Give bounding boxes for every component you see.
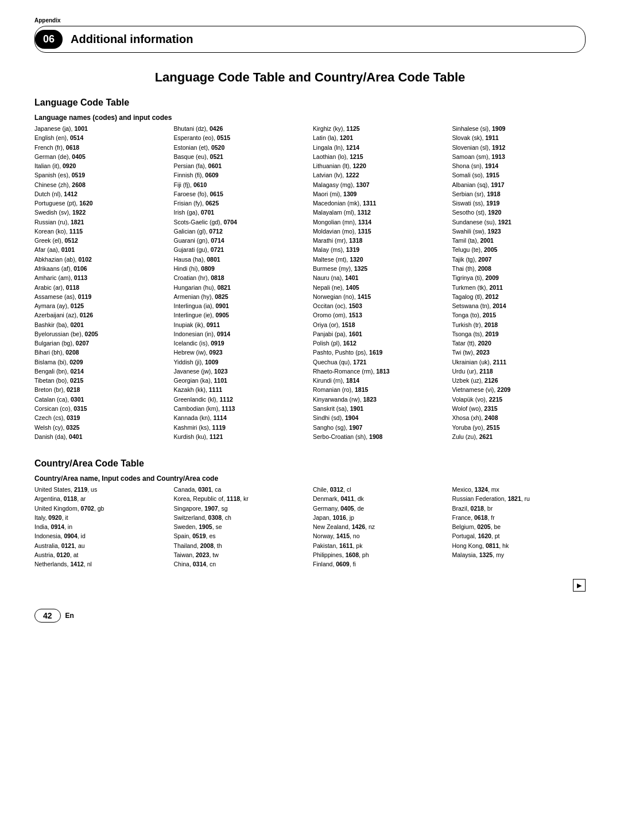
list-item: Turkmen (tk), 2011 xyxy=(452,283,586,292)
list-item: Kashmiri (ks), 1119 xyxy=(174,423,308,432)
list-item: Serbian (sr), 1918 xyxy=(452,189,586,199)
list-item: New Zealand, 1426, nz xyxy=(313,522,447,531)
language-col-1: Japanese (ja), 1001English (en), 0514Fre… xyxy=(34,124,168,441)
list-item: Assamese (as), 0119 xyxy=(34,292,168,301)
list-item: Gujarati (gu), 0721 xyxy=(174,245,308,254)
list-item: Maltese (mt), 1320 xyxy=(313,255,447,264)
list-item: Latin (la), 1201 xyxy=(313,133,447,142)
list-item: Sangho (sg), 1907 xyxy=(313,423,447,432)
main-title: Language Code Table and Country/Area Cod… xyxy=(34,70,586,85)
chapter-number: 06 xyxy=(35,30,63,49)
list-item: United States, 2119, us xyxy=(34,485,168,494)
nav-area: ▶ xyxy=(34,579,586,592)
list-item: Yoruba (yo), 2515 xyxy=(452,423,586,432)
list-item: Hungarian (hu), 0821 xyxy=(174,283,308,292)
list-item: Finnish (fi), 0609 xyxy=(174,170,308,180)
nav-icon[interactable]: ▶ xyxy=(573,579,586,592)
list-item: Kurdish (ku), 1121 xyxy=(174,432,308,441)
page-language: En xyxy=(65,612,74,620)
list-item: Spanish (es), 0519 xyxy=(34,170,168,180)
list-item: German (de), 0405 xyxy=(34,152,168,161)
list-item: Norway, 1415, no xyxy=(313,531,447,540)
chapter-header: 06 Additional information xyxy=(34,26,586,53)
list-item: Esperanto (eo), 0515 xyxy=(174,133,308,142)
list-item: Serbo-Croatian (sh), 1908 xyxy=(313,432,447,441)
list-item: Romanian (ro), 1815 xyxy=(313,385,447,394)
list-item: Croatian (hr), 0818 xyxy=(174,273,308,282)
list-item: Siswati (ss), 1919 xyxy=(452,199,586,208)
list-item: Maori (mi), 1309 xyxy=(313,189,447,199)
list-item: Indonesian (in), 0914 xyxy=(174,329,308,339)
list-item: Telugu (te), 2005 xyxy=(452,245,586,254)
list-item: Rhaeto-Romance (rm), 1813 xyxy=(313,367,447,376)
list-item: Georgian (ka), 1101 xyxy=(174,376,308,385)
list-item: Sinhalese (si), 1909 xyxy=(452,124,586,133)
list-item: Abkhazian (ab), 0102 xyxy=(34,255,168,264)
country-section-title: Country/Area Code Table xyxy=(34,458,586,469)
list-item: United Kingdom, 0702, gb xyxy=(34,504,168,513)
list-item: Zulu (zu), 2621 xyxy=(452,432,586,441)
list-item: Germany, 0405, de xyxy=(313,504,447,513)
list-item: Switzerland, 0308, ch xyxy=(174,513,308,522)
list-item: Inupiak (ik), 0911 xyxy=(174,320,308,329)
list-item: Azerbaijani (az), 0126 xyxy=(34,310,168,320)
list-item: Macedonian (mk), 1311 xyxy=(313,199,447,208)
list-item: Afrikaans (af), 0106 xyxy=(34,264,168,273)
page: Appendix 06 Additional information Langu… xyxy=(0,0,620,840)
list-item: Bhutani (dz), 0426 xyxy=(174,124,308,133)
list-item: Swedish (sv), 1922 xyxy=(34,208,168,217)
list-item: Tamil (ta), 2001 xyxy=(452,236,586,245)
list-item: Moldavian (mo), 1315 xyxy=(313,227,447,236)
list-item: Russian (ru), 1821 xyxy=(34,217,168,227)
list-item: Japanese (ja), 1001 xyxy=(34,124,168,133)
list-item: Breton (br), 0218 xyxy=(34,385,168,394)
list-item: Denmark, 0411, dk xyxy=(313,494,447,503)
list-item: Bengali (bn), 0214 xyxy=(34,367,168,376)
list-item: Icelandic (is), 0919 xyxy=(174,339,308,348)
chapter-title: Additional information xyxy=(71,33,193,46)
list-item: Javanese (jw), 1023 xyxy=(174,367,308,376)
list-item: Tsonga (ts), 2019 xyxy=(452,329,586,339)
list-item: Aymara (ay), 0125 xyxy=(34,301,168,310)
list-item: Korean (ko), 1115 xyxy=(34,227,168,236)
list-item: Tatar (tt), 2020 xyxy=(452,339,586,348)
list-item: Sundanese (su), 1921 xyxy=(452,217,586,227)
list-item: Italian (it), 0920 xyxy=(34,161,168,170)
list-item: Malagasy (mg), 1307 xyxy=(313,180,447,189)
list-item: Sindhi (sd), 1904 xyxy=(313,413,447,422)
list-item: Singapore, 1907, sg xyxy=(174,504,308,513)
list-item: Interlingua (ia), 0901 xyxy=(174,301,308,310)
country-table: United States, 2119, usArgentina, 0118, … xyxy=(34,485,586,569)
list-item: Vietnamese (vi), 2209 xyxy=(452,385,586,394)
list-item: Tajik (tg), 2007 xyxy=(452,255,586,264)
list-item: Indonesia, 0904, id xyxy=(34,531,168,540)
list-item: India, 0914, in xyxy=(34,522,168,531)
list-item: Spain, 0519, es xyxy=(174,531,308,540)
list-item: Welsh (cy), 0325 xyxy=(34,423,168,432)
list-item: Tibetan (bo), 0215 xyxy=(34,376,168,385)
list-item: Brazil, 0218, br xyxy=(452,504,586,513)
list-item: Occitan (oc), 1503 xyxy=(313,301,447,310)
list-item: Interlingue (ie), 0905 xyxy=(174,310,308,320)
language-col-3: Kirghiz (ky), 1125Latin (la), 1201Lingal… xyxy=(313,124,447,441)
language-subsection-title: Language names (codes) and input codes xyxy=(34,114,586,122)
list-item: Mongolian (mn), 1314 xyxy=(313,217,447,227)
list-item: France, 0618, fr xyxy=(452,513,586,522)
list-item: Malayalam (ml), 1312 xyxy=(313,208,447,217)
list-item: Pakistan, 1611, pk xyxy=(313,541,447,550)
list-item: Amharic (am), 0113 xyxy=(34,273,168,282)
list-item: Tagalog (tl), 2012 xyxy=(452,292,586,301)
list-item: Hong Kong, 0811, hk xyxy=(452,541,586,550)
list-item: Bihari (bh), 0208 xyxy=(34,348,168,357)
list-item: Hindi (hi), 0809 xyxy=(174,264,308,273)
list-item: Hausa (ha), 0801 xyxy=(174,255,308,264)
list-item: Galician (gl), 0712 xyxy=(174,227,308,236)
list-item: Danish (da), 0401 xyxy=(34,432,168,441)
list-item: Bislama (bi), 0209 xyxy=(34,357,168,367)
list-item: Kirghiz (ky), 1125 xyxy=(313,124,447,133)
list-item: Australia, 0121, au xyxy=(34,541,168,550)
list-item: French (fr), 0618 xyxy=(34,143,168,152)
list-item: Oriya (or), 1518 xyxy=(313,320,447,329)
list-item: Greek (el), 0512 xyxy=(34,236,168,245)
list-item: Somali (so), 1915 xyxy=(452,170,586,180)
